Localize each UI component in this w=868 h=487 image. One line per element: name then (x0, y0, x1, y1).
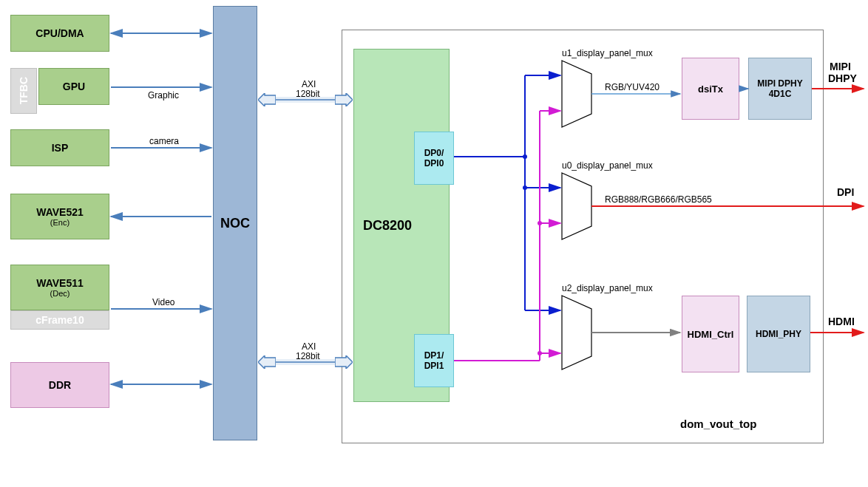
block-hdmi-phy: HDMI_PHY (747, 296, 810, 372)
cframe10-label: cFrame10 (35, 314, 84, 326)
mipidphy-label: MIPI DPHY 4D1C (757, 78, 802, 99)
cpu-label: CPU/DMA (35, 27, 84, 39)
noc-label: NOC (220, 216, 250, 231)
tfbc-label: TFBC (18, 77, 30, 104)
wave511-sub: (Dec) (50, 289, 70, 298)
block-gpu: GPU (38, 68, 109, 105)
out-hdmi: HDMI (828, 316, 855, 327)
label-axi-bot: AXI (302, 341, 316, 352)
ddr-label: DDR (49, 379, 71, 391)
dsitx-label: dsiTx (698, 84, 723, 95)
hdmiphy-label: HDMI_PHY (756, 329, 801, 339)
block-cpu-dma: CPU/DMA (10, 15, 109, 52)
block-dsitx: dsiTx (682, 58, 739, 120)
label-video: Video (152, 297, 175, 307)
dom-vout-top-label: dom_vout_top (680, 418, 756, 430)
label-graphic: Graphic (148, 90, 179, 101)
label-axi-topb: 128bit (296, 89, 320, 99)
label-camera: camera (149, 136, 179, 146)
wave521-label: WAVE521 (36, 206, 84, 218)
hdmictrl-label: HDMI_Ctrl (688, 329, 734, 340)
out-mipi1: MIPI (830, 61, 851, 72)
wave521-sub: (Enc) (50, 218, 69, 227)
block-cframe10: cFrame10 (10, 310, 109, 330)
diagram-stage: CPU/DMA TFBC GPU ISP WAVE521 (Enc) WAVE5… (0, 0, 868, 487)
block-noc: NOC (213, 6, 257, 440)
block-hdmi-ctrl: HDMI_Ctrl (682, 296, 739, 372)
gpu-label: GPU (63, 81, 85, 92)
out-dpi: DPI (837, 186, 854, 198)
block-wave521: WAVE521 (Enc) (10, 194, 109, 239)
isp-label: ISP (52, 142, 69, 154)
out-mipi2: DHPY (828, 72, 858, 84)
block-wave511: WAVE511 (Dec) (10, 265, 109, 310)
label-axi-top: AXI (302, 79, 316, 89)
block-mipi-dphy: MIPI DPHY 4D1C (748, 58, 812, 120)
block-tfbc: TFBC (10, 68, 37, 114)
block-isp: ISP (10, 129, 109, 166)
label-axi-botb: 128bit (296, 351, 320, 361)
block-ddr: DDR (10, 362, 109, 408)
wave511-label: WAVE511 (36, 277, 84, 289)
